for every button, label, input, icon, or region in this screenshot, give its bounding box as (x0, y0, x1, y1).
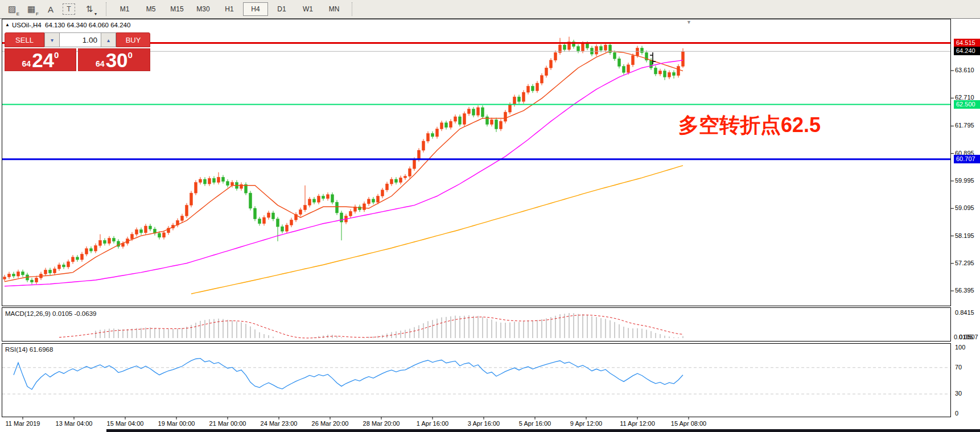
timeframe-button-d1[interactable]: D1 (269, 2, 294, 16)
time-axis-label: 28 Mar 20:00 (363, 420, 400, 427)
price-badge-64.240: 64.240 (954, 47, 980, 55)
price-badge-60.707: 60.707 (954, 155, 980, 163)
buy-button[interactable]: BUY (116, 32, 150, 47)
time-axis-label: 19 Mar 00:00 (158, 420, 195, 427)
toolbar-separator-2 (352, 2, 353, 16)
sell-price-big: 24 (32, 51, 54, 69)
volume-increase-button[interactable]: ▴ (101, 32, 116, 47)
grid-f-icon[interactable]: ▦F (24, 2, 39, 16)
text-box-t-icon[interactable]: T (63, 3, 75, 15)
time-axis-label: 9 Apr 12:00 (570, 420, 602, 427)
text-label-a-icon[interactable]: A (43, 2, 58, 16)
time-axis-label: 15 Apr 08:00 (671, 420, 706, 427)
buy-price-tile[interactable]: 64 30 0 (78, 48, 150, 71)
timeframe-button-mn[interactable]: MN (322, 2, 347, 16)
indicators-pattern-e-icon[interactable]: ▨E (5, 2, 19, 16)
timeframe-button-h4[interactable]: H4 (243, 2, 268, 16)
macd-panel[interactable] (2, 307, 951, 342)
symbol-ohlc: 64.130 64.340 64.060 64.240 (45, 22, 130, 28)
toolbar-icon-group: ▨E▦FAT⇅▾ (0, 2, 101, 16)
toolbar-separator (106, 2, 107, 16)
sell-price-sup: 0 (54, 51, 59, 59)
sell-button[interactable]: SELL (5, 32, 44, 47)
macd-label: MACD(12,26,9) 0.0105 -0.0639 (5, 310, 96, 317)
one-click-trading-panel: SELL ▾ 1.00 ▴ BUY 64 24 0 64 30 0 (5, 32, 150, 71)
volume-input[interactable]: 1.00 (60, 32, 101, 47)
price-badge-64.515: 64.515 (954, 39, 980, 47)
time-axis-label: 3 Apr 16:00 (468, 420, 500, 427)
timeframe-button-h1[interactable]: H1 (217, 2, 242, 16)
time-axis-label: 11 Apr 12:00 (620, 420, 655, 427)
price-badge-62.500: 62.500 (954, 100, 980, 109)
price-tick-label: 57.295 (955, 260, 974, 266)
macd-axis-max: 0.8415 (955, 309, 974, 316)
price-tick-label: 59.995 (955, 177, 974, 184)
time-axis-label: 26 Mar 20:00 (312, 420, 349, 427)
rsi-label: RSI(14) 61.6968 (5, 346, 53, 353)
volume-decrease-button[interactable]: ▾ (44, 32, 60, 47)
sell-price-prefix: 64 (22, 58, 31, 69)
timeframe-button-m15[interactable]: M15 (164, 2, 190, 16)
symbol-name: USOil-,H4 (12, 22, 42, 28)
rsi-panel[interactable] (2, 343, 951, 417)
buy-price-prefix: 64 (96, 58, 105, 69)
time-axis-label: 21 Mar 00:00 (209, 420, 246, 427)
chart-annotation-text: 多空转折点62.5 (678, 112, 821, 139)
buy-price-big: 30 (106, 51, 128, 69)
time-axis-label: 13 Mar 04:00 (56, 420, 93, 427)
timeframe-button-m1[interactable]: M1 (112, 2, 137, 16)
rsi-axis-label-0: 0 (955, 410, 958, 417)
price-tick-label: 63.610 (955, 67, 974, 73)
bottom-window-strip (106, 429, 980, 432)
time-axis-label: 15 Mar 04:00 (107, 420, 144, 427)
price-tick-label: 61.795 (955, 122, 974, 129)
sell-price-tile[interactable]: 64 24 0 (5, 48, 76, 71)
toolbar: ▨E▦FAT⇅▾ M1M5M15M30H1H4D1W1MN (0, 0, 980, 19)
time-axis-label: 24 Mar 23:00 (261, 420, 298, 427)
timeframe-button-m30[interactable]: M30 (191, 2, 216, 16)
rsi-axis-label-100: 100 (955, 344, 965, 351)
scroll-to-end-icon[interactable]: ▼ (686, 19, 691, 25)
price-tick-label: 59.095 (955, 204, 974, 211)
arrange-arrows-icon[interactable]: ⇅▾ (82, 2, 97, 16)
time-axis-label: 1 Apr 16:00 (417, 420, 448, 427)
time-axis-label: 5 Apr 16:00 (519, 420, 551, 427)
buy-price-sup: 0 (128, 51, 133, 59)
rsi-axis-label-30: 30 (955, 390, 962, 397)
macd-axis-value-2: 0.0507 (959, 334, 978, 340)
timeframe-button-m5[interactable]: M5 (138, 2, 163, 16)
timeframe-button-w1[interactable]: W1 (295, 2, 320, 16)
time-axis-label: 11 Mar 2019 (6, 420, 40, 427)
symbol-info-line: ▲USOil-,H4 64.130 64.340 64.060 64.240 (5, 22, 130, 28)
rsi-axis-label-70: 70 (955, 364, 962, 371)
timeframe-group: M1M5M15M30H1H4D1W1MN (112, 2, 347, 16)
price-tick-label: 56.395 (955, 287, 974, 294)
symbol-arrow-icon: ▲ (5, 22, 10, 27)
price-tick-label: 58.195 (955, 232, 974, 239)
